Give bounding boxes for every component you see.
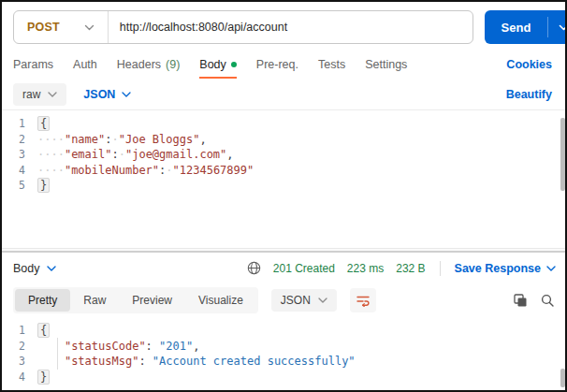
code-line: 3····"email":·"joe@gmail.com", bbox=[2, 147, 565, 163]
response-size: 232 B bbox=[396, 262, 425, 275]
response-editor-scrollbar[interactable] bbox=[560, 369, 565, 387]
body-mode-dropdown[interactable]: raw bbox=[13, 83, 66, 106]
app-window: POST Send ParamsAuthHeaders(9)BodyPre-re… bbox=[0, 0, 567, 392]
line-number: 1 bbox=[2, 323, 37, 339]
method-label: POST bbox=[27, 21, 60, 34]
code-content: } bbox=[37, 178, 50, 194]
response-language-dropdown[interactable]: JSON bbox=[271, 289, 337, 312]
body-mode-label: raw bbox=[22, 88, 40, 101]
fold-marker: } bbox=[37, 370, 50, 385]
request-tabs-row: ParamsAuthHeaders(9)BodyPre-req.TestsSet… bbox=[2, 50, 565, 79]
request-editor-scrollbar[interactable] bbox=[560, 118, 565, 191]
response-view-visualize[interactable]: Visualize bbox=[185, 289, 256, 312]
line-number: 3 bbox=[2, 147, 37, 163]
request-body-editor[interactable]: 1{2····"name":·"Joe Bloggs",3····"email"… bbox=[2, 110, 565, 248]
line-number: 4 bbox=[2, 370, 37, 385]
code-line: 4····"mobileNumber":·"1234567899" bbox=[2, 163, 565, 179]
network-globe-icon bbox=[247, 261, 261, 275]
word-wrap-button[interactable] bbox=[350, 288, 376, 312]
tab-auth[interactable]: Auth bbox=[73, 50, 97, 79]
meta-divider bbox=[440, 261, 441, 276]
line-number: 5 bbox=[2, 178, 37, 194]
code-line: 2····"name":·"Joe Bloggs", bbox=[2, 132, 565, 148]
line-number: 1 bbox=[2, 116, 37, 132]
code-line: 1{ bbox=[2, 323, 565, 339]
copy-icon[interactable] bbox=[514, 294, 527, 307]
body-mode-row: raw JSON Beautify bbox=[2, 79, 565, 110]
chevron-down-icon bbox=[47, 266, 56, 271]
tab-tests[interactable]: Tests bbox=[318, 50, 345, 79]
line-number: 2 bbox=[2, 132, 37, 148]
request-url-row: POST Send bbox=[13, 9, 565, 45]
method-selector[interactable]: POST bbox=[14, 11, 108, 43]
code-content: "statusCode": "201", bbox=[37, 339, 199, 355]
tab-body[interactable]: Body bbox=[199, 50, 237, 79]
tab-label: Settings bbox=[365, 58, 407, 71]
line-number: 2 bbox=[2, 339, 37, 355]
response-view-pretty[interactable]: Pretty bbox=[15, 289, 70, 312]
fold-marker: { bbox=[37, 116, 50, 131]
line-number: 3 bbox=[2, 354, 37, 370]
response-body-label: Body bbox=[13, 262, 40, 275]
tab-headers[interactable]: Headers(9) bbox=[117, 50, 181, 79]
tab-label: Tests bbox=[318, 58, 345, 71]
code-content: { bbox=[37, 116, 50, 132]
save-response-button[interactable]: Save Response bbox=[455, 262, 556, 275]
response-body-viewer[interactable]: 1{2 "statusCode": "201",3 "statusMsg": "… bbox=[2, 317, 565, 392]
indent-guide bbox=[57, 338, 58, 370]
code-line: 4} bbox=[2, 370, 565, 385]
tab-label: Body bbox=[199, 58, 226, 71]
word-wrap-icon bbox=[356, 295, 370, 307]
response-body-dropdown[interactable]: Body bbox=[13, 262, 56, 275]
chevron-down-icon bbox=[546, 266, 556, 271]
tab-params[interactable]: Params bbox=[13, 50, 53, 79]
search-icon[interactable] bbox=[541, 294, 554, 307]
fold-marker: { bbox=[37, 323, 50, 338]
tab-count-badge: (9) bbox=[166, 58, 180, 71]
chevron-down-icon bbox=[318, 298, 327, 303]
chevron-down-icon bbox=[84, 24, 94, 31]
tab-label: Auth bbox=[73, 58, 97, 71]
send-button-label: Send bbox=[485, 10, 547, 44]
send-button[interactable]: Send bbox=[485, 10, 567, 44]
unsaved-body-dot bbox=[231, 62, 237, 67]
body-language-dropdown[interactable]: JSON bbox=[83, 88, 131, 101]
code-content: ····"mobileNumber":·"1234567899" bbox=[37, 163, 254, 179]
chevron-down-icon bbox=[48, 92, 57, 97]
response-header: Body 201 Created 223 ms 232 B Save Respo… bbox=[2, 253, 565, 283]
response-view-preview[interactable]: Preview bbox=[119, 289, 185, 312]
response-toolbar: PrettyRawPreviewVisualize JSON bbox=[2, 283, 565, 317]
response-language-label: JSON bbox=[281, 294, 311, 307]
line-number: 4 bbox=[2, 163, 37, 179]
response-status-badge: 201 Created bbox=[273, 262, 335, 275]
code-line: 3 "statusMsg": "Account created successf… bbox=[2, 354, 565, 370]
code-line: 2 "statusCode": "201", bbox=[2, 339, 565, 355]
response-view-raw[interactable]: Raw bbox=[70, 289, 119, 312]
body-language-label: JSON bbox=[83, 88, 115, 101]
response-actions bbox=[514, 294, 554, 307]
tab-pre-req[interactable]: Pre-req. bbox=[256, 50, 298, 79]
request-tabs: ParamsAuthHeaders(9)BodyPre-req.TestsSet… bbox=[13, 50, 506, 79]
code-line: 1{ bbox=[2, 116, 565, 132]
tab-label: Pre-req. bbox=[256, 58, 298, 71]
code-content: { bbox=[37, 323, 50, 339]
tab-settings[interactable]: Settings bbox=[365, 50, 407, 79]
cookies-link[interactable]: Cookies bbox=[506, 58, 552, 71]
fold-marker: } bbox=[37, 178, 50, 193]
code-content: } bbox=[37, 370, 50, 385]
code-content: "statusMsg": "Account created successful… bbox=[37, 354, 356, 370]
code-line: 5} bbox=[2, 178, 565, 194]
response-view-tabs: PrettyRawPreviewVisualize bbox=[13, 287, 258, 313]
send-options-chevron-icon[interactable] bbox=[548, 10, 567, 44]
url-input[interactable] bbox=[109, 21, 472, 34]
response-time: 223 ms bbox=[347, 262, 384, 275]
tab-label: Headers bbox=[117, 58, 161, 71]
save-response-label: Save Response bbox=[455, 262, 541, 275]
tab-label: Params bbox=[13, 58, 53, 71]
method-url-container: POST bbox=[13, 10, 473, 44]
code-content: ····"name":·"Joe Bloggs", bbox=[37, 132, 207, 148]
beautify-link[interactable]: Beautify bbox=[506, 88, 552, 101]
response-meta: 201 Created 223 ms 232 B Save Response bbox=[247, 261, 556, 276]
code-content: ····"email":·"joe@gmail.com", bbox=[37, 147, 234, 163]
chevron-down-icon bbox=[122, 92, 131, 97]
